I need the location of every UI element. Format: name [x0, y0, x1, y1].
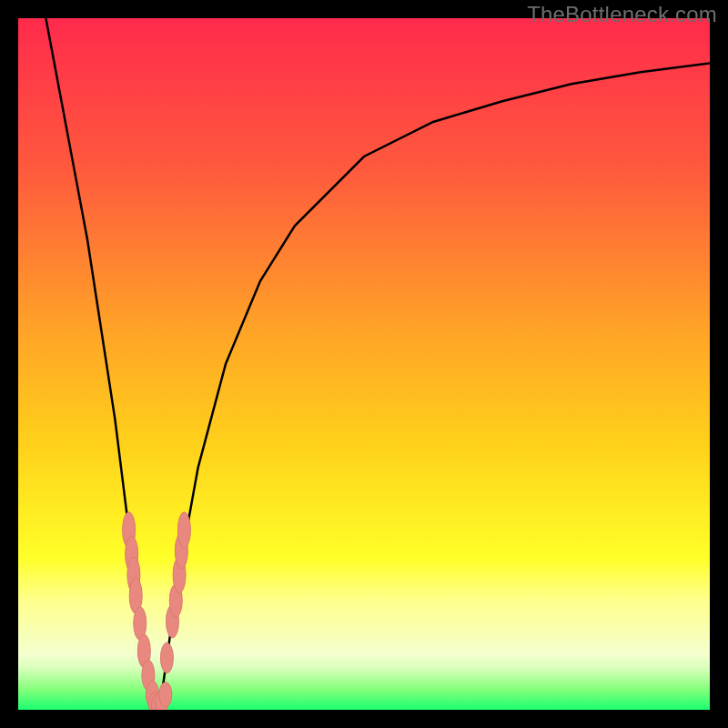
- chart-frame: TheBottleneck.com: [0, 0, 728, 728]
- data-marker: [159, 682, 172, 707]
- plot-area: [18, 18, 710, 710]
- data-marker: [177, 512, 190, 548]
- chart-svg: [18, 18, 710, 710]
- gradient-background: [18, 18, 710, 710]
- watermark-text: TheBottleneck.com: [527, 2, 717, 27]
- data-marker: [160, 642, 173, 672]
